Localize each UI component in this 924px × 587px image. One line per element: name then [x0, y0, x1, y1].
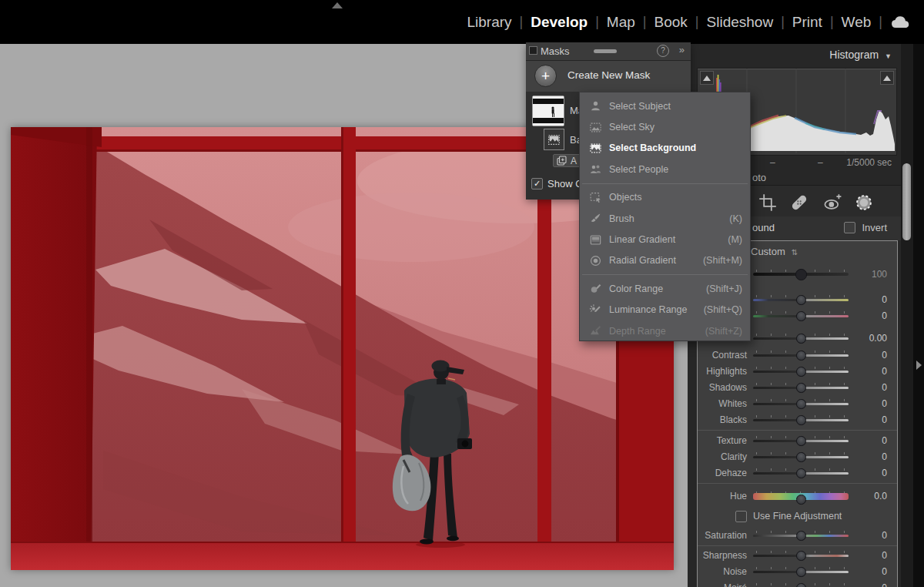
histogram-panel-header[interactable]: Histogram▼: [829, 49, 892, 61]
nav-item-web[interactable]: Web: [834, 14, 879, 31]
slider-label: Shadows: [698, 382, 753, 393]
slider-track-moire[interactable]: [753, 580, 849, 587]
help-icon[interactable]: ?: [657, 45, 669, 57]
panel-expander-arrow-icon[interactable]: [916, 361, 922, 370]
mask-thumbnail[interactable]: [532, 96, 564, 126]
slider-track-noise[interactable]: [753, 564, 849, 579]
cloud-sync-icon[interactable]: [882, 15, 918, 29]
menu-item-select-subject[interactable]: Select Subject: [580, 96, 750, 116]
slider-label: Clarity: [698, 451, 753, 462]
slider-label: Highlights: [698, 366, 753, 377]
slider-track-unlabeled[interactable]: [753, 292, 849, 307]
menu-item-linear-gradient[interactable]: Linear Gradient(M): [580, 229, 750, 250]
slider-track-whites[interactable]: [753, 396, 849, 411]
slider-value: 0: [849, 435, 897, 446]
panel-scrollbar-track[interactable]: [901, 44, 913, 587]
photo-state-label-fragment: oto: [752, 172, 766, 183]
shadow-clipping-indicator[interactable]: [700, 71, 714, 85]
slider-track-clarity[interactable]: [753, 449, 849, 465]
use-fine-adjustment-control[interactable]: Use Fine Adjustment: [735, 510, 897, 522]
slider-track-sharpness[interactable]: [753, 548, 849, 563]
luminance-range-icon: [589, 304, 602, 317]
drag-handle[interactable]: [594, 49, 617, 53]
slider-value: 100: [849, 269, 897, 280]
slider-knob[interactable]: [796, 567, 806, 577]
top-panel-collapse-arrow-icon[interactable]: [332, 2, 343, 8]
menu-item-select-sky[interactable]: Select Sky: [580, 116, 750, 137]
invert-control: Invert: [844, 222, 887, 233]
red-eye-tool-icon[interactable]: [823, 193, 842, 212]
nav-item-library[interactable]: Library: [459, 14, 519, 31]
slider-row-saturation: Saturation0: [698, 528, 897, 543]
slider-track-saturation[interactable]: [753, 528, 849, 543]
slider-track-contrast[interactable]: [753, 347, 849, 363]
slider-track-unlabeled[interactable]: [753, 330, 849, 346]
histogram-collapse-icon[interactable]: ▼: [885, 52, 892, 60]
menu-item-brush[interactable]: Brush(K): [580, 208, 750, 229]
menu-item-objects[interactable]: Objects: [580, 187, 750, 208]
color-range-icon: [589, 282, 602, 295]
slider-label: Contrast: [698, 350, 753, 361]
masks-panel-header[interactable]: Masks ? »: [526, 42, 691, 61]
use-fine-adjustment-checkbox[interactable]: [735, 511, 747, 522]
nav-item-print[interactable]: Print: [785, 14, 830, 31]
slider-knob[interactable]: [796, 399, 806, 409]
slider-knob[interactable]: [796, 495, 806, 505]
slider-track-blacks[interactable]: [753, 412, 849, 428]
slider-knob[interactable]: [796, 551, 806, 561]
crop-tool-icon[interactable]: [758, 193, 777, 212]
nav-item-book[interactable]: Book: [647, 14, 695, 31]
invert-checkbox[interactable]: [844, 222, 855, 233]
menu-item-label: Objects: [609, 192, 641, 203]
menu-item-label: Depth Range: [609, 326, 666, 337]
slider-track-shadows[interactable]: [753, 380, 849, 395]
slider-track-unlabeled[interactable]: [753, 267, 849, 282]
slider-track-unlabeled[interactable]: [753, 308, 849, 324]
healing-tool-icon[interactable]: [790, 193, 808, 212]
slider-knob[interactable]: [796, 452, 806, 462]
menu-item-select-people[interactable]: Select People: [580, 159, 750, 179]
highlight-clipping-indicator[interactable]: [880, 71, 894, 85]
slider-knob[interactable]: [796, 351, 806, 361]
select-people-icon: [589, 163, 602, 176]
slider-knob[interactable]: [796, 367, 806, 377]
top-bar: Library|Develop|Map|Book|Slideshow|Print…: [0, 0, 924, 44]
slider-track-texture[interactable]: [753, 433, 849, 448]
shutter-speed: 1/5000 sec: [846, 157, 892, 168]
masking-tool-icon-active[interactable]: [855, 193, 873, 212]
show-overlay-checkbox[interactable]: ✓: [531, 178, 543, 190]
slider-value: 0.0: [849, 491, 897, 501]
nav-item-map[interactable]: Map: [599, 14, 643, 31]
panel-dock-icon[interactable]: [529, 46, 537, 55]
menu-item-radial-gradient[interactable]: Radial Gradient(Shift+M): [580, 250, 750, 271]
slider-knob[interactable]: [795, 269, 807, 280]
brush-icon: [589, 212, 602, 225]
slider-track-highlights[interactable]: [753, 364, 849, 379]
menu-item-shortcut: (Shift+J): [706, 283, 742, 294]
create-new-mask-button[interactable]: + Create New Mask: [526, 61, 691, 92]
slider-track-dehaze[interactable]: [753, 465, 849, 481]
group-divider: [698, 545, 897, 546]
slider-value: 0: [849, 530, 897, 541]
slider-row-hue: Hue0.0: [698, 488, 897, 504]
slider-knob[interactable]: [796, 311, 806, 321]
panel-scrollbar-thumb[interactable]: [902, 163, 911, 240]
slider-track-hue[interactable]: [753, 488, 849, 504]
menu-item-select-background[interactable]: Select Background: [580, 138, 750, 159]
slider-knob[interactable]: [796, 383, 806, 393]
slider-knob[interactable]: [796, 334, 806, 344]
slider-knob[interactable]: [796, 436, 806, 446]
expand-panel-icon[interactable]: »: [679, 44, 685, 55]
nav-item-develop[interactable]: Develop: [523, 14, 595, 31]
slider-knob[interactable]: [796, 295, 806, 305]
slider-knob[interactable]: [796, 468, 806, 478]
nav-item-slideshow[interactable]: Slideshow: [699, 14, 782, 31]
slider-knob[interactable]: [796, 583, 806, 587]
mask-component-thumbnail[interactable]: [544, 129, 564, 150]
slider-knob[interactable]: [796, 531, 806, 541]
menu-separator: [582, 274, 748, 275]
menu-item-color-range[interactable]: Color Range(Shift+J): [580, 278, 750, 299]
menu-item-luminance-range[interactable]: Luminance Range(Shift+Q): [580, 300, 750, 320]
menu-item-label: Brush: [609, 213, 634, 224]
slider-knob[interactable]: [796, 415, 806, 425]
